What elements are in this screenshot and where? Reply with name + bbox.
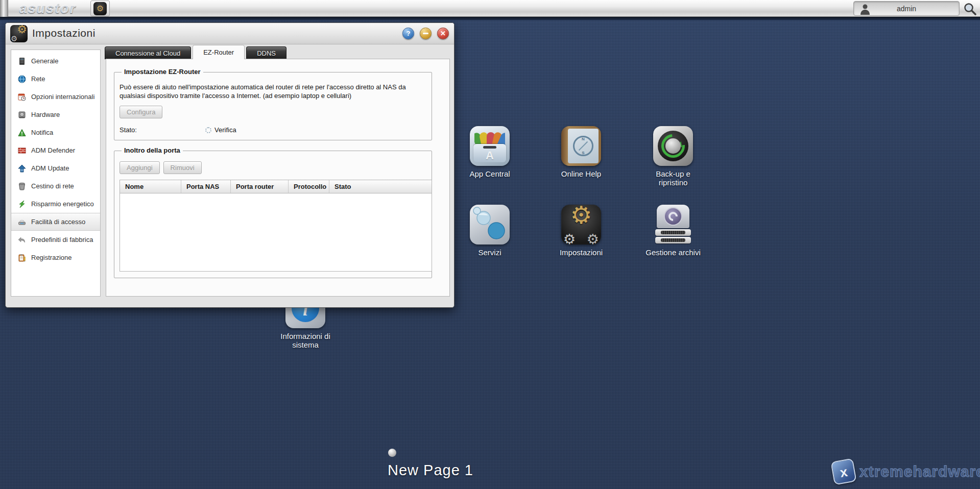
help-button[interactable]: ? (402, 28, 414, 39)
desktop-icon-impostazioni[interactable]: ⚙ ⚙ ⚙ Impostazioni (549, 205, 613, 257)
calendar-clock-icon (17, 92, 27, 102)
ez-router-description: Può essere di aiuto nell'impostazione au… (119, 83, 431, 100)
sidebar-item-risparmio-energetico[interactable]: Risparmio energetico (11, 195, 100, 213)
tab-ddns[interactable]: DDNS (246, 46, 286, 59)
window-titlebar[interactable]: ⚙⚙ Impostazioni ? ✕ (6, 23, 454, 44)
sidebar-item-rete[interactable]: Rete (11, 70, 100, 88)
column-header-porta-nas[interactable]: Porta NAS (181, 180, 231, 193)
clipboard-icon (17, 253, 27, 262)
desktop-icon-label: Servizi (458, 248, 521, 257)
xtremehardware-logo-icon: x (830, 458, 856, 485)
sidebar-item-generale[interactable]: Generale (11, 52, 100, 70)
column-header-protocollo[interactable]: Protocollo (289, 180, 329, 193)
sidebar-item-label: Hardware (31, 111, 60, 118)
desktop-icon-label: App Central (458, 169, 521, 178)
top-bar: asustor ⚙ admin (0, 0, 980, 17)
desktop-icon-label: Impostazioni (549, 248, 613, 257)
table-header-row: Nome Porta NAS Porta router Protocollo S… (120, 180, 432, 193)
window-title: Impostazioni (32, 27, 95, 39)
trash-icon (17, 182, 27, 191)
desktop: { "topbar": { "logo": "asustor", "user":… (0, 0, 980, 489)
sidebar-item-registrazione[interactable]: Registrazione (11, 249, 100, 266)
settings-gears-icon: ⚙ ⚙ ⚙ (561, 205, 601, 244)
settings-sidebar: Generale Rete Opzioni internazionali Har… (11, 50, 101, 297)
desktop-icon-app-central[interactable]: A App Central (458, 126, 521, 178)
group-legend: Inoltro della porta (122, 146, 183, 154)
settings-tabs: Connessione al Cloud EZ-Router DDNS (105, 45, 286, 59)
sidebar-item-label: Cestino di rete (31, 183, 74, 190)
desktop-icon-gestione-archivi[interactable]: Gestione archivi (641, 205, 705, 257)
sidebar-item-label: Facilità di accesso (31, 218, 85, 226)
status-value: Verifica (214, 126, 236, 134)
watermark: x xtremehardware.it (831, 458, 974, 486)
tab-ez-router[interactable]: EZ-Router (193, 45, 245, 59)
online-help-icon: N S (561, 126, 601, 166)
column-header-stato[interactable]: Stato (329, 180, 432, 193)
table-body-empty (120, 193, 432, 271)
taskbar-item-impostazioni[interactable]: ⚙ (90, 1, 110, 16)
storage-manager-icon (653, 205, 693, 244)
group-legend: Impostazione EZ-Router (122, 68, 203, 76)
status-label: Stato: (119, 126, 205, 134)
sidebar-item-label: ADM Update (31, 165, 69, 172)
sidebar-item-label: Generale (31, 58, 58, 65)
window-gears-icon: ⚙⚙ (10, 25, 28, 42)
sidebar-item-facilita-di-accesso[interactable]: Facilità di accesso (11, 213, 100, 231)
sidebar-item-label: Rete (31, 76, 45, 83)
page-title: New Page 1 (374, 462, 487, 479)
column-header-nome[interactable]: Nome (120, 180, 181, 193)
sidebar-item-label: Registrazione (31, 254, 72, 261)
services-icon (470, 205, 510, 244)
configura-button[interactable]: Configura (119, 106, 162, 118)
page-dot[interactable] (388, 449, 396, 457)
rimuovi-button[interactable]: Rimuovi (163, 161, 202, 174)
harddisk-icon (17, 110, 27, 119)
sidebar-item-notifica[interactable]: Notifica (11, 124, 100, 141)
sidebar-item-label: ADM Defender (31, 147, 75, 154)
undo-arrow-icon (17, 235, 27, 244)
desktop-icon-backup[interactable]: Back-up e ripristino (641, 126, 705, 187)
sidebar-item-label: Opzioni internazionali (31, 93, 94, 101)
backup-restore-icon (653, 126, 693, 166)
firewall-icon (17, 146, 27, 155)
sidebar-item-predefiniti-di-fabbrica[interactable]: Predefiniti di fabbrica (11, 231, 100, 249)
sidebar-item-opzioni-internazionali[interactable]: Opzioni internazionali (11, 88, 100, 106)
update-arrow-icon (17, 164, 27, 173)
username: admin (854, 5, 959, 13)
column-header-porta-router[interactable]: Porta router (231, 180, 289, 193)
app-central-icon: A (470, 126, 510, 166)
alert-triangle-icon (17, 128, 27, 137)
minimize-button[interactable] (420, 28, 432, 39)
desktop-icon-label: Informazioni di sistema (274, 332, 337, 349)
port-forwarding-group: Inoltro della porta Aggiungi Rimuovi Nom… (114, 151, 432, 278)
desktop-icon-label: Online Help (549, 169, 613, 178)
desktop-icon-online-help[interactable]: N S Online Help (549, 126, 613, 178)
asustor-logo: asustor (19, 1, 77, 17)
impostazioni-window: ⚙⚙ Impostazioni ? ✕ Generale Rete Opzion (5, 22, 455, 308)
router-icon (17, 217, 27, 227)
globe-icon (17, 75, 27, 84)
gears-icon: ⚙ (93, 2, 107, 15)
server-icon (17, 57, 27, 66)
topbar-shadow (0, 17, 980, 20)
desktop-icon-label: Gestione archivi (641, 248, 705, 257)
sidebar-item-label: Predefiniti di fabbrica (31, 236, 93, 243)
user-menu[interactable]: admin (853, 1, 960, 16)
close-button[interactable]: ✕ (437, 28, 449, 39)
tab-connessione-al-cloud[interactable]: Connessione al Cloud (105, 46, 191, 59)
port-forwarding-table: Nome Porta NAS Porta router Protocollo S… (119, 180, 432, 272)
desktop-icon-servizi[interactable]: Servizi (458, 205, 521, 257)
ez-router-settings-group: Impostazione EZ-Router Può essere di aiu… (114, 72, 432, 140)
search-icon[interactable] (963, 2, 976, 15)
aggiungi-button[interactable]: Aggiungi (119, 161, 160, 174)
sidebar-item-hardware[interactable]: Hardware (11, 106, 100, 124)
sidebar-item-adm-defender[interactable]: ADM Defender (11, 141, 100, 159)
sidebar-item-adm-update[interactable]: ADM Update (11, 159, 100, 177)
loading-spinner-icon (205, 127, 211, 133)
lightning-icon (17, 200, 27, 209)
ez-router-panel: Impostazione EZ-Router Può essere di aiu… (106, 59, 450, 297)
panel-handle[interactable] (0, 0, 8, 17)
sidebar-item-cestino-di-rete[interactable]: Cestino di rete (11, 177, 100, 195)
watermark-text: xtremehardware.it (859, 463, 980, 480)
sidebar-item-label: Notifica (31, 129, 53, 136)
